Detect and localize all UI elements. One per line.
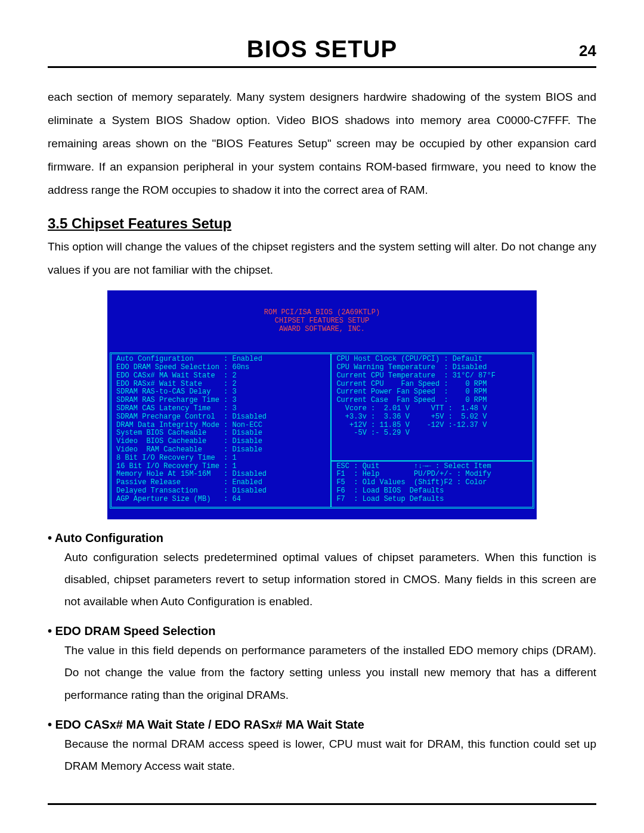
section-heading: 3.5 Chipset Features Setup (48, 215, 596, 232)
item-body-edo-speed: The value in this field depends on perfo… (48, 639, 596, 705)
bios-header: ROM PCI/ISA BIOS (2A69KTLP) CHIPSET FEAT… (110, 309, 534, 333)
bios-left-panel: Auto Configuration : Enabled EDO DRAM Sp… (112, 354, 332, 507)
page-title: BIOS SETUP (247, 36, 397, 63)
page-header: BIOS SETUP 24 (48, 36, 596, 68)
bios-right-top: CPU Host Clock (CPU/PCI) : Default CPU W… (332, 354, 532, 460)
bios-right-panel: CPU Host Clock (CPU/PCI) : Default CPU W… (332, 354, 532, 507)
page-number: 24 (579, 42, 596, 60)
bios-screenshot: ROM PCI/ISA BIOS (2A69KTLP) CHIPSET FEAT… (107, 290, 537, 520)
item-heading-edo-wait: • EDO CASx# MA Wait State / EDO RASx# MA… (48, 718, 596, 732)
item-heading-edo-speed: • EDO DRAM Speed Selection (48, 624, 596, 638)
item-body-auto-configuration: Auto configuration selects predetermined… (48, 546, 596, 612)
item-body-edo-wait: Because the normal DRAM access speed is … (48, 733, 596, 777)
intro-paragraph: each section of memory separately. Many … (48, 86, 596, 202)
section-intro: This option will change the values of th… (48, 236, 596, 282)
footer-rule (48, 803, 596, 805)
item-heading-auto-configuration: • Auto Configuration (48, 531, 596, 545)
bios-panels: Auto Configuration : Enabled EDO DRAM Sp… (110, 352, 534, 509)
bios-help-panel: ESC : Quit ↑↓→← : Select Item F1 : Help … (332, 460, 532, 507)
